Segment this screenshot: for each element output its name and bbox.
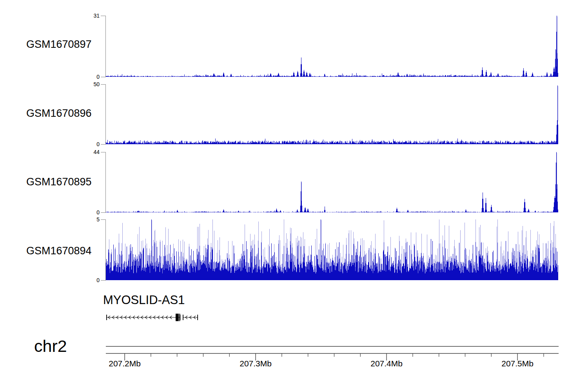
y-axis-bracket	[101, 16, 106, 77]
y-axis-bracket	[101, 84, 106, 145]
gene-model-svg	[98, 310, 227, 325]
axis-tick-label: 207.5Mb	[490, 359, 545, 368]
y-axis-bracket	[101, 219, 106, 281]
gene-name-label: MYOSLID-AS1	[103, 293, 185, 307]
y-axis-bracket	[101, 152, 106, 213]
y-axis-zero-label: 0	[82, 73, 100, 80]
y-axis-max-label: 44	[82, 149, 100, 156]
y-axis-max-label: 50	[82, 81, 100, 88]
axis-tick-label: 207.4Mb	[359, 359, 414, 368]
y-axis-zero-label: 0	[82, 277, 100, 284]
y-axis-zero-label: 0	[82, 209, 100, 216]
axis-tick-label: 207.2Mb	[97, 359, 152, 368]
y-axis-zero-label: 0	[82, 141, 100, 148]
signal-canvas	[106, 152, 558, 212]
genome-browser-plot: GSM1670897 31 0 GSM1670896 50 0 GSM16708…	[0, 0, 588, 384]
signal-canvas	[106, 219, 558, 280]
signal-canvas	[106, 16, 558, 77]
axis-tick-label: 207.3Mb	[228, 359, 283, 368]
signal-canvas	[106, 84, 558, 144]
y-axis-max-label: 31	[82, 12, 100, 19]
y-axis-max-label: 5	[82, 216, 100, 223]
